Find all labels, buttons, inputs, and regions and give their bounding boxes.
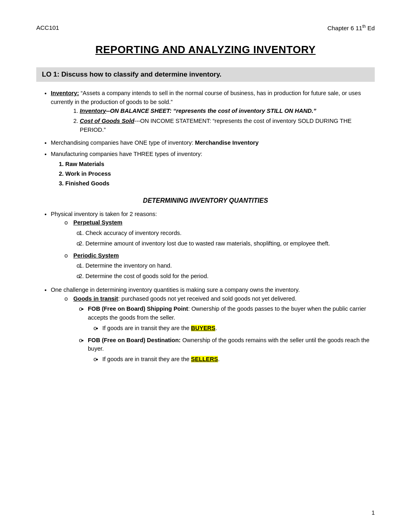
fob-dest-end: . <box>218 356 220 362</box>
goods-transit-list: Goods in transit: purchased goods not ye… <box>73 295 375 364</box>
perpetual-items-list: Check accuracy of inventory records. Det… <box>85 229 375 248</box>
fob-ship-list: FOB (Free on Board) Shipping Point: Owne… <box>88 305 375 332</box>
page-title: REPORTING AND ANALYZING INVENTORY <box>36 44 375 56</box>
fob-ship-label: FOB (Free on Board) Shipping Point <box>88 305 188 312</box>
fob-ship-item: FOB (Free on Board) Shipping Point: Owne… <box>88 305 375 332</box>
manuf-text: Manufacturing companies have THREE types… <box>51 151 202 157</box>
chapter-text: Chapter 6 11 <box>327 25 362 31</box>
fob-dest-sub-text: If goods are in transit they are the <box>102 356 191 362</box>
goods-transit-item: Goods in transit: purchased goods not ye… <box>73 295 375 364</box>
page: ACC101 Chapter 6 11th Ed REPORTING AND A… <box>0 0 411 532</box>
perpetual-label: Perpetual System <box>73 219 122 226</box>
inventory-label: Inventory: <box>51 90 79 96</box>
chapter-ed: Ed <box>365 25 375 31</box>
manuf-type-1: Raw Materials <box>65 160 375 169</box>
periodic-item-1: Determine the inventory on hand. <box>85 262 375 270</box>
goods-transit-label: Goods in transit <box>73 295 118 302</box>
page-number: 1 <box>372 509 375 516</box>
manuf-type-3: Finished Goods <box>65 179 375 188</box>
periodic-items-list: Determine the inventory on hand. Determi… <box>85 262 375 281</box>
physical-text: Physical inventory is taken for 2 reason… <box>51 211 157 217</box>
lo1-main-list: Inventory: “Assets a company intends to … <box>51 89 375 135</box>
goods-list: One challenge in determining inventory q… <box>51 286 375 364</box>
perpetual-item-1: Check accuracy of inventory records. <box>85 229 375 238</box>
sub2-label: Cost of Goods Sold <box>80 118 134 124</box>
inventory-sub-list: Inventory--ON BALANCE SHEET: “represents… <box>80 107 375 135</box>
challenge-item: One challenge in determining inventory q… <box>51 286 375 364</box>
det-inv-subtitle: DETERMINING INVENTORY QUANTITIES <box>36 197 375 204</box>
system-list: Perpetual System Check accuracy of inven… <box>73 218 375 281</box>
merch-bold: Merchandise Inventory <box>195 139 259 146</box>
sellers-highlight: SELLERS <box>191 356 218 362</box>
manuf-types-list: Raw Materials Work in Process Finished G… <box>65 160 375 188</box>
goods-transit-text: : purchased goods not yet received and s… <box>118 295 297 302</box>
fob-dest-sub-list: If goods are in transit they are the SEL… <box>102 355 375 364</box>
fob-dest-sub-item: If goods are in transit they are the SEL… <box>102 355 375 364</box>
manuf-type-2: Work in Process <box>65 170 375 179</box>
periodic-label: Periodic System <box>73 252 119 259</box>
perpetual-item-2: Determine amount of inventory lost due t… <box>85 239 375 248</box>
fob-ship-end: . <box>215 325 217 331</box>
page-header: ACC101 Chapter 6 11th Ed <box>36 24 375 31</box>
buyers-highlight: BUYERS <box>191 325 215 331</box>
periodic-system-item: Periodic System Determine the inventory … <box>73 251 375 281</box>
fob-dest-item: FOB (Free on Board) Destination: Ownersh… <box>88 336 375 364</box>
sub1-text: --ON BALANCE SHEET: “represents the cost… <box>106 108 316 114</box>
fob-dest-list: FOB (Free on Board) Destination: Ownersh… <box>88 336 375 364</box>
fob-ship-sub-list: If goods are in transit they are the BUY… <box>102 324 375 333</box>
inventory-sub2: Cost of Goods Sold---ON INCOME STATEMENT… <box>80 117 375 135</box>
inventory-def-text: “Assets a company intends to sell in the… <box>51 90 361 105</box>
inventory-sub1: Inventory--ON BALANCE SHEET: “represents… <box>80 107 375 116</box>
periodic-item-2: Determine the cost of goods sold for the… <box>85 272 375 281</box>
fob-ship-sub-text: If goods are in transit they are the <box>102 325 191 331</box>
merch-text: Merchandising companies have ONE type of… <box>51 139 195 146</box>
inventory-definition-item: Inventory: “Assets a company intends to … <box>51 89 375 135</box>
perpetual-system-item: Perpetual System Check accuracy of inven… <box>73 218 375 248</box>
challenge-text: One challenge in determining inventory q… <box>51 287 300 293</box>
sub1-label: Inventory <box>80 108 106 114</box>
fob-ship-sub-item: If goods are in transit they are the BUY… <box>102 324 375 333</box>
chapter-info: Chapter 6 11th Ed <box>327 24 375 31</box>
physical-inv-item: Physical inventory is taken for 2 reason… <box>51 210 375 281</box>
physical-inv-list: Physical inventory is taken for 2 reason… <box>51 210 375 281</box>
inventory-types-list: Merchandising companies have ONE type of… <box>51 139 375 188</box>
fob-dest-label: FOB (Free on Board) Destination: <box>88 337 181 343</box>
course-code: ACC101 <box>36 24 59 31</box>
lo1-header: LO 1: Discuss how to classify and determ… <box>36 67 375 82</box>
manuf-item: Manufacturing companies have THREE types… <box>51 150 375 188</box>
merch-item: Merchandising companies have ONE type of… <box>51 139 375 148</box>
